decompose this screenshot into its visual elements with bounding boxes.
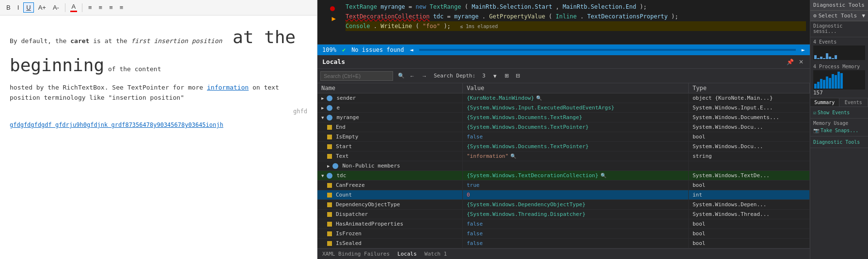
name-cell-isempty: IsEmpty (317, 132, 463, 141)
para2-link[interactable]: information (207, 84, 249, 91)
align-justify-button[interactable]: ≡ (117, 3, 126, 12)
camera-icon: 📷 (813, 128, 819, 133)
para1-mid: is at the (89, 37, 131, 45)
locals-panel: Locals 📌 ✕ 🔍 ← → Search Depth: 3 ▼ ⊞ ⊟ N… (317, 55, 810, 259)
para1-bold: caret (70, 37, 89, 45)
type-cell-count: int (689, 190, 810, 199)
locals-header: Locals 📌 ✕ (317, 55, 810, 69)
scroll-indicator: ◄ (410, 46, 413, 53)
elapsed-comment: ≤ 1ms elapsed (460, 24, 498, 29)
value-cell-hap: false (463, 219, 689, 229)
tab-events[interactable]: Events (839, 98, 868, 107)
locals-table: Name Value Type ▶ sender {KuroNote.MainW… (317, 83, 810, 248)
footer-tab-watch[interactable]: Watch 1 (425, 251, 447, 257)
select-tools-button[interactable]: ⚙ Select Tools ▼ (810, 11, 868, 21)
table-row: HasAnimatedProperties false bool (317, 219, 810, 229)
value-cell-sender: {KuroNote.MainWindow} 🔍 (463, 93, 689, 103)
locals-search-input[interactable] (320, 71, 393, 81)
table-row: Start {System.Windows.Documents.TextPoin… (317, 142, 810, 152)
diag-session-section: Diagnostic sessi... (810, 21, 868, 37)
property-icon (327, 154, 332, 159)
locals-close-button[interactable]: ✕ (797, 59, 805, 65)
value-cell-tdc: {System.Windows.TextDecorationCollection… (463, 171, 689, 180)
chart-bar (832, 58, 834, 59)
editor-content[interactable]: By default, the caret is at the first in… (0, 15, 317, 259)
search-icon: 🔍 (398, 73, 405, 79)
color-bar (70, 11, 77, 12)
font-increase-button[interactable]: A+ (36, 3, 48, 12)
name-cell-dispatcher: Dispatcher (317, 210, 463, 219)
type-cell-e: System.Windows.Input.E... (689, 103, 810, 112)
align-left-button[interactable]: ≡ (86, 3, 95, 12)
para2: hosted by the RichTextBox. See TextPoint… (10, 83, 307, 103)
expand-icon[interactable]: ▼ (321, 115, 324, 120)
name-cell-isfrozen: IsFrozen (317, 229, 463, 238)
font-color-button[interactable]: A (69, 2, 79, 13)
property-icon (327, 125, 332, 130)
search-forward-button[interactable]: → (420, 72, 429, 80)
type-cell-hap: bool (689, 219, 810, 229)
search-back-button[interactable]: ← (408, 72, 417, 80)
expand-icon[interactable]: ▶ (321, 96, 324, 101)
table-row: CanFreeze true bool (317, 181, 810, 190)
diag-panel: Diagnostic Tools ⚙ Select Tools ▼ Diagno… (810, 0, 868, 259)
dropdown-icon: ▼ (862, 13, 865, 19)
toolbar-separator-1 (65, 3, 65, 12)
expand-icon[interactable]: ▶ (321, 106, 324, 110)
footer-tab-locals[interactable]: Locals (397, 251, 417, 257)
collapse-all-button[interactable]: ⊟ (514, 72, 522, 80)
locals-pin-button[interactable]: 📌 (785, 59, 795, 65)
align-center-button[interactable]: ≡ (96, 3, 105, 12)
code-line-2: TextDecorationCollection tdc = myrange .… (346, 12, 806, 21)
expand-icon[interactable]: ▼ (321, 173, 324, 178)
property-icon (327, 144, 332, 149)
diag-session-label: Diagnostic sessi... (813, 23, 865, 34)
checkbox-icon: ☑ (813, 110, 816, 115)
chart-bar (820, 79, 822, 89)
breakpoint-indicator (330, 6, 335, 11)
type-cell-start: System.Windows.Docu... (689, 142, 810, 151)
expand-all-button[interactable]: ⊞ (503, 72, 511, 80)
bold-button[interactable]: B (4, 3, 13, 12)
table-row: ▼ tdc {System.Windows.TextDecorationColl… (317, 171, 810, 181)
type-cell-dot: System.Windows.Depen... (689, 200, 810, 209)
underline-button[interactable]: U (23, 2, 33, 13)
toolbar-separator-2 (82, 3, 82, 12)
expand-icon[interactable]: ▶ (327, 164, 330, 168)
name-cell-start: Start (317, 142, 463, 151)
type-cell-end: System.Windows.Docu... (689, 122, 810, 132)
search-depth-down[interactable]: ▼ (490, 72, 500, 80)
para2-start: hosted by the RichTextBox. See TextPoint… (10, 84, 207, 91)
name-cell-e: ▶ e (317, 103, 463, 112)
diag-header: Diagnostic Tools (810, 0, 868, 11)
tab-summary[interactable]: Summary (810, 98, 839, 107)
align-right-button[interactable]: ≡ (107, 3, 115, 12)
chart-bar (820, 57, 822, 59)
editor-panel: B I U A+ A- A ≡ ≡ ≡ ≡ By default, the ca… (0, 0, 317, 259)
diagnostic-tools-link[interactable]: Diagnostic Tools (813, 138, 865, 146)
diag-tabs: Summary Events (810, 98, 868, 107)
property-icon (327, 202, 332, 207)
status-bar: 109% ✔ No issues found ◄ ► (317, 45, 810, 55)
font-decrease-button[interactable]: A- (50, 3, 62, 12)
scroll-bar[interactable] (419, 49, 796, 51)
chart-bar (817, 58, 820, 59)
code-line-3: Console . WriteLine ( "foo" ); ≤ 1ms ela… (346, 21, 806, 31)
diagnostic-tools-footer: Diagnostic Tools (810, 137, 868, 148)
chart-bar (829, 78, 831, 89)
variable-icon (327, 115, 332, 121)
scroll-right-indicator: ► (802, 46, 805, 53)
show-events-link[interactable]: ☑ Show Events (813, 109, 865, 116)
chart-bar (823, 58, 825, 59)
chart-bar (817, 82, 820, 89)
take-snapshot-link[interactable]: 📷 Take Snaps... (813, 127, 865, 134)
right-text-container: ghfd (10, 107, 307, 116)
long-link[interactable]: gfdgfdgfdgdf gfdrju9h0gfdjnk grdf8735647… (10, 122, 223, 128)
type-cell-sender: object {KuroNote.Main...} (689, 93, 810, 103)
memory-value: 157 (813, 90, 865, 96)
footer-tab-xaml[interactable]: XAML Binding Failures (322, 251, 390, 257)
para1-start: By default, the (10, 37, 70, 45)
italic-button[interactable]: I (15, 3, 22, 12)
search-depth-label: Search Depth: (432, 72, 477, 80)
table-row: Text "information" 🔍 string (317, 152, 810, 161)
